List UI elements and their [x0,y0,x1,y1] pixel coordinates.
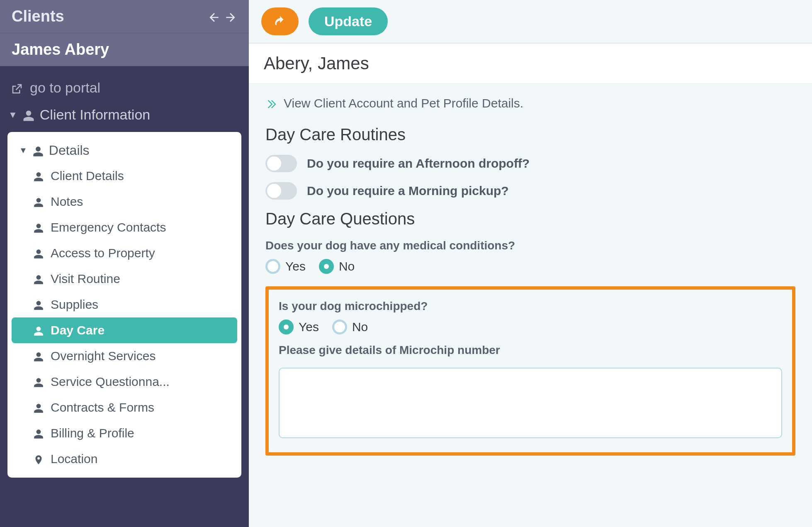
person-icon [33,195,44,209]
question-label: Is your dog microchipped? [279,300,782,313]
sidebar-item-label: Location [51,452,97,466]
person-icon [33,323,44,337]
toggle-label: Do you require a Morning pickup? [307,184,509,198]
radio-icon [319,259,334,274]
content-body: View Client Account and Pet Profile Deta… [249,84,812,527]
highlight-microchip-section: Is your dog microchipped? Yes No Please … [265,286,795,456]
share-icon [11,80,23,96]
sidebar-item-label: Client Details [51,169,124,183]
section-title-routines: Day Care Routines [265,125,795,144]
view-client-profile-link[interactable]: View Client Account and Pet Profile Deta… [265,96,795,110]
client-name: James Abery [12,41,109,58]
nav-group-label: Details [49,143,90,158]
toggle-morning-pickup[interactable] [265,182,297,200]
sidebar-item-contracts-forms[interactable]: Contracts & Forms [12,395,237,420]
sidebar-item-label: Access to Property [51,246,155,260]
microchip-details-label: Please give details of Microchip number [279,344,782,357]
question-microchipped: Is your dog microchipped? Yes No [279,300,782,334]
sidebar-item-label: Contracts & Forms [51,400,154,415]
radio-microchip-yes[interactable]: Yes [279,320,319,334]
sidebar-item-label: Day Care [51,323,105,337]
sidebar-section-client-info[interactable]: ▼ Client Information [7,101,241,129]
caret-down-icon: ▼ [19,146,27,155]
person-icon [33,298,44,312]
sidebar-item-emergency-contacts[interactable]: Emergency Contacts [12,215,237,240]
radio-microchip-no[interactable]: No [332,320,368,334]
radio-icon [279,320,294,334]
person-icon [33,220,44,234]
toolbar: Update [249,0,812,44]
person-icon [22,107,35,123]
sidebar-item-billing-profile[interactable]: Billing & Profile [12,420,237,446]
sidebar-title: Clients [12,7,64,25]
person-icon [33,246,44,260]
question-label: Does your dog have any medical condition… [265,239,795,252]
person-icon [33,400,44,415]
sidebar-item-supplies[interactable]: Supplies [12,292,237,317]
question-medical-conditions: Does your dog have any medical condition… [265,239,795,274]
person-icon [32,143,44,158]
sidebar: Clients James Abery go to portal ▼ Clien… [0,0,249,527]
sidebar-body: go to portal ▼ Client Information ▼ Deta… [0,66,249,527]
sidebar-item-label: Billing & Profile [51,426,134,440]
radio-label: Yes [285,259,306,273]
sidebar-item-label: Notes [51,195,83,209]
toggle-row-morning-pickup: Do you require a Morning pickup? [265,182,795,200]
chevron-double-right-icon [265,96,277,110]
radio-label: Yes [299,320,319,334]
portal-link[interactable]: go to portal [7,75,241,101]
radio-icon [265,259,280,274]
radio-label: No [339,259,355,273]
sidebar-item-overnight-services[interactable]: Overnight Services [12,343,237,369]
arrow-right-icon[interactable] [224,8,237,25]
undo-icon [273,13,287,29]
back-button[interactable] [261,7,299,35]
person-icon [33,375,44,389]
toggle-afternoon-dropoff[interactable] [265,155,297,172]
sidebar-item-label: Overnight Services [51,349,156,363]
sidebar-item-label: Supplies [51,298,98,312]
content-header: Abery, James [249,44,812,84]
main: Update Abery, James View Client Account … [249,0,812,527]
sidebar-item-client-details[interactable]: Client Details [12,163,237,189]
radio-icon [332,320,347,334]
nav-panel: ▼ Details Client Details Notes Emergency… [7,132,241,478]
arrow-left-icon[interactable] [207,8,221,25]
section-title-questions: Day Care Questions [265,210,795,228]
sidebar-item-service-questionnaires[interactable]: Service Questionna... [12,369,237,395]
person-icon [33,169,44,183]
page-title: Abery, James [264,54,369,73]
sidebar-section-label: Client Information [40,107,150,123]
radio-medical-yes[interactable]: Yes [265,259,306,274]
client-name-bar: James Abery [0,33,249,66]
microchip-details-input[interactable] [279,368,782,438]
nav-group-details[interactable]: ▼ Details [12,138,237,163]
radio-medical-no[interactable]: No [319,259,355,274]
toggle-label: Do you require an Afternoon dropoff? [307,156,530,171]
sidebar-item-label: Emergency Contacts [51,220,166,234]
person-icon [33,426,44,440]
update-button[interactable]: Update [309,7,388,35]
person-icon [33,349,44,363]
radio-label: No [352,320,368,334]
sidebar-item-label: Service Questionna... [51,375,170,389]
sidebar-item-day-care[interactable]: Day Care [12,317,237,343]
radio-group-microchip: Yes No [279,320,782,334]
nav-arrows [207,8,237,25]
view-link-label: View Client Account and Pet Profile Deta… [284,96,523,110]
sidebar-item-visit-routine[interactable]: Visit Routine [12,266,237,292]
sidebar-item-label: Visit Routine [51,272,120,286]
portal-link-label: go to portal [30,80,100,96]
sidebar-header: Clients [0,0,249,33]
sidebar-item-notes[interactable]: Notes [12,189,237,215]
sidebar-item-location[interactable]: Location [12,446,237,472]
radio-group-medical: Yes No [265,259,795,274]
location-icon [33,452,44,466]
toggle-row-afternoon-dropoff: Do you require an Afternoon dropoff? [265,155,795,172]
caret-down-icon: ▼ [8,110,17,120]
sidebar-item-access-to-property[interactable]: Access to Property [12,240,237,266]
person-icon [33,272,44,286]
